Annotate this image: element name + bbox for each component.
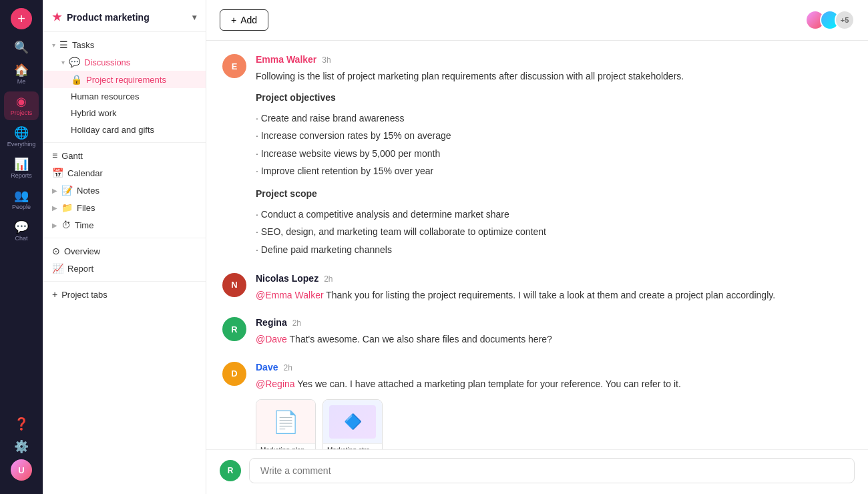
nav-item-people[interactable]: 👥 People <box>4 186 39 214</box>
attachment-thumb-1: 📄 <box>256 400 315 443</box>
sidebar-item-calendar[interactable]: 📅 Calendar <box>43 164 206 182</box>
people-icon: 👥 <box>14 190 29 202</box>
nav-item-me[interactable]: 🏠 Me <box>4 60 39 89</box>
nav-item-settings[interactable]: ⚙️ <box>4 437 39 457</box>
tasks-chevron-icon: ▾ <box>52 41 55 49</box>
report-icon: 📈 <box>52 263 63 274</box>
nav-item-help[interactable]: ❓ <box>4 414 39 434</box>
nav-item-reports-label: Reports <box>11 172 32 179</box>
add-button[interactable]: + Add <box>220 9 268 31</box>
mention-dave: @Dave <box>256 334 287 344</box>
project-name: Product marketing <box>67 12 150 23</box>
human-resources-label: Human resources <box>71 91 196 101</box>
sidebar-item-project-requirements[interactable]: 🔒 Project requirements <box>43 71 206 88</box>
nav-item-everything[interactable]: 🌐 Everything <box>4 123 39 152</box>
sidebar-item-files[interactable]: ▶ 📁 Files <box>43 199 206 216</box>
project-tabs-icon: + <box>52 289 57 300</box>
avatar-nicolas: N <box>222 273 246 297</box>
message-content-emma: Emma Walker 3h Following is the list of … <box>256 54 852 258</box>
files-label: Files <box>77 203 196 213</box>
nav-item-projects[interactable]: ◉ Projects <box>4 91 39 120</box>
notes-chevron-icon: ▶ <box>52 187 57 194</box>
time-icon: ⏱ <box>61 220 71 230</box>
sidebar-item-notes[interactable]: ▶ 📝 Notes <box>43 182 206 199</box>
comment-avatar: R <box>220 460 241 481</box>
divider-1 <box>43 142 206 143</box>
sidebar-section-main: ▾ ☰ Tasks ▾ 💬 Discussions + ⊟ 🔍 🔒 Projec… <box>43 32 206 307</box>
comment-input-row: R <box>220 458 855 483</box>
search-icon: 🔍 <box>14 41 29 53</box>
message-regina: R Regina 2h @Dave That's awesome. Can we… <box>222 317 852 346</box>
message-header-nicolas: Nicolas Lopez 2h <box>256 273 852 284</box>
filter-discussion-icon[interactable]: ⊟ <box>177 57 184 67</box>
sidebar-item-tasks[interactable]: ▾ ☰ Tasks <box>43 36 206 53</box>
gantt-label: Gantt <box>61 151 196 161</box>
chat-icon: 💬 <box>14 221 29 233</box>
star-icon: ★ <box>52 11 61 23</box>
notes-icon: 📝 <box>61 185 73 196</box>
attachment-card-2[interactable]: 🔷 Marketing-stra... Proof this file 2h <box>322 399 383 449</box>
time-chevron-icon: ▶ <box>52 222 57 229</box>
nav-item-search[interactable]: 🔍 <box>4 37 39 57</box>
message-text-emma: Following is the list of project marketi… <box>256 69 852 258</box>
message-dave: D Dave 2h @Regina Yes we can. I have att… <box>222 362 852 449</box>
attachment-thumb-2: 🔷 <box>323 400 382 443</box>
search-discussion-icon[interactable]: 🔍 <box>186 57 196 67</box>
discussion-area: E Emma Walker 3h Following is the list o… <box>206 41 868 449</box>
icon-nav: + 🔍 🏠 Me ◉ Projects 🌐 Everything 📊 Repor… <box>0 0 43 494</box>
overview-label: Overview <box>64 246 196 256</box>
nav-item-chat-label: Chat <box>15 235 27 242</box>
nav-item-chat[interactable]: 💬 Chat <box>4 217 39 246</box>
message-content-regina: Regina 2h @Dave That's awesome. Can we a… <box>256 317 852 346</box>
discussions-icon: 💬 <box>69 57 80 67</box>
report-label: Report <box>67 264 196 274</box>
nav-item-projects-label: Projects <box>11 109 33 116</box>
time-label: Time <box>75 220 196 230</box>
mention-emma: @Emma Walker <box>256 290 324 300</box>
message-time-nicolas: 2h <box>324 274 333 284</box>
project-chevron-icon[interactable]: ▾ <box>192 13 196 22</box>
add-button-plus-icon: + <box>231 15 236 25</box>
projects-icon: ◉ <box>16 95 27 107</box>
honeycomb-icon: 🔷 <box>329 405 376 439</box>
tasks-icon: ☰ <box>59 39 68 50</box>
sidebar-item-holiday-card[interactable]: Holiday card and gifts <box>43 121 206 138</box>
sidebar-item-overview[interactable]: ⊙ Overview <box>43 242 206 260</box>
nav-item-reports[interactable]: 📊 Reports <box>4 154 39 183</box>
discussions-label: Discussions <box>84 57 166 67</box>
icon-nav-top: + 🔍 🏠 Me ◉ Projects 🌐 Everything 📊 Repor… <box>4 8 39 411</box>
discussions-chevron-icon: ▾ <box>61 59 65 66</box>
sidebar-item-time[interactable]: ▶ ⏱ Time <box>43 216 206 234</box>
notes-label: Notes <box>77 186 196 196</box>
add-new-button[interactable]: + <box>11 8 32 29</box>
nav-item-everything-label: Everything <box>7 141 36 148</box>
sidebar-item-discussions[interactable]: ▾ 💬 Discussions + ⊟ 🔍 <box>43 53 206 71</box>
message-author-regina: Regina <box>256 317 287 328</box>
sidebar-item-project-tabs[interactable]: + Project tabs <box>43 286 206 303</box>
message-content-dave: Dave 2h @Regina Yes we can. I have attac… <box>256 362 852 449</box>
holiday-card-label: Holiday card and gifts <box>71 125 196 135</box>
avatar-count: +5 <box>835 10 855 30</box>
add-button-label: Add <box>240 15 257 25</box>
home-icon: 🏠 <box>14 64 29 76</box>
comment-input[interactable] <box>249 458 855 483</box>
icon-nav-bottom: ❓ ⚙️ U <box>4 414 39 486</box>
message-text-nicolas: @Emma Walker Thank you for listing the p… <box>256 288 852 302</box>
attachment-card-1[interactable]: 📄 Marketing-plan... Proof this file 2h <box>256 399 316 449</box>
sidebar-item-human-resources[interactable]: Human resources <box>43 88 206 105</box>
message-nicolas-lopez: N Nicolas Lopez 2h @Emma Walker Thank yo… <box>222 273 852 302</box>
divider-2 <box>43 238 206 238</box>
message-time-dave: 2h <box>283 363 292 373</box>
globe-icon: 🌐 <box>14 127 29 139</box>
mention-regina: @Regina <box>256 379 295 389</box>
sidebar-item-hybrid-work[interactable]: Hybrid work <box>43 105 206 121</box>
message-content-nicolas: Nicolas Lopez 2h @Emma Walker Thank you … <box>256 273 852 302</box>
avatar-emma-walker: E <box>222 54 246 78</box>
reports-icon: 📊 <box>14 158 29 170</box>
sidebar-item-gantt[interactable]: ≡ Gantt <box>43 147 206 164</box>
divider-3 <box>43 281 206 282</box>
user-avatar[interactable]: U <box>11 459 32 481</box>
add-discussion-icon[interactable]: + <box>170 57 174 67</box>
sidebar-item-report[interactable]: 📈 Report <box>43 260 206 277</box>
gear-icon: ⚙️ <box>14 441 29 453</box>
